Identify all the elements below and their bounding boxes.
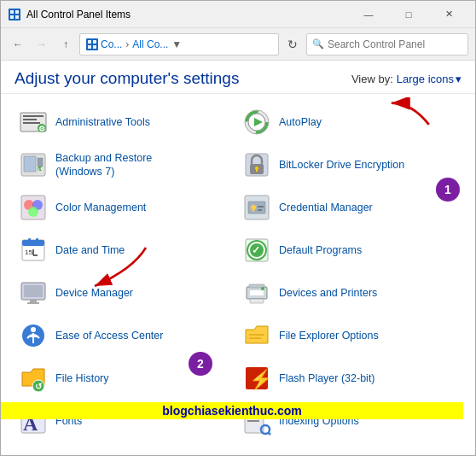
backup-restore-icon: ↺: [18, 149, 49, 180]
svg-text:✓: ✓: [252, 244, 260, 256]
items-area: ⚙Administrative ToolsAutoPlay↺Backup and…: [1, 94, 475, 449]
back-button[interactable]: ←: [8, 34, 28, 55]
svg-rect-45: [36, 238, 38, 243]
credential-mgr-icon: [241, 192, 272, 223]
svg-rect-6: [88, 40, 91, 44]
svg-rect-44: [28, 238, 31, 243]
search-box: 🔍: [306, 33, 468, 56]
svg-rect-43: [22, 240, 44, 246]
cp-item-admin-tools[interactable]: ⚙Administrative Tools: [15, 101, 238, 143]
dropdown-arrow-icon: ▾: [456, 73, 461, 85]
view-by-label: View by:: [351, 73, 393, 85]
svg-rect-58: [250, 290, 264, 295]
backup-restore-label: Backup and Restore (Windows 7): [55, 151, 152, 179]
view-by-value: Large icons: [397, 73, 454, 85]
svg-rect-3: [10, 15, 14, 19]
breadcrumb-allco[interactable]: All Co...: [132, 38, 168, 50]
device-mgr-label: Device Manager: [55, 286, 133, 300]
file-history-icon: ↺: [18, 363, 49, 394]
default-programs-icon: ✓: [241, 235, 272, 266]
svg-rect-60: [250, 299, 264, 303]
color-mgmt-icon: [18, 192, 49, 223]
svg-rect-8: [88, 45, 91, 49]
devices-printers-icon: [241, 278, 272, 308]
watermark: blogchiasekienthuc.com: [1, 402, 463, 419]
svg-rect-2: [15, 10, 19, 14]
forward-button[interactable]: →: [32, 34, 52, 55]
main-content: Adjust your computer's settings View by:…: [1, 61, 475, 455]
svg-rect-15: [23, 122, 40, 124]
content-area: 1 2 ⚙Administrative ToolsAutoPlay↺Backup…: [1, 94, 475, 455]
svg-point-61: [261, 287, 264, 290]
view-by-dropdown[interactable]: Large icons ▾: [397, 73, 461, 85]
cp-item-bitlocker[interactable]: BitLocker Drive Encryption: [238, 143, 461, 186]
svg-rect-31: [256, 169, 258, 172]
flash-player-icon: ⚡: [241, 363, 272, 394]
cp-item-autoplay[interactable]: AutoPlay: [238, 101, 461, 143]
cp-item-ease-access[interactable]: Ease of Access Center: [15, 314, 238, 357]
title-bar: All Control Panel Items — □ ✕: [1, 1, 475, 28]
refresh-button[interactable]: ↻: [282, 34, 303, 55]
cp-item-default-programs[interactable]: ✓Default Programs: [238, 229, 461, 272]
search-input[interactable]: [328, 38, 462, 50]
svg-rect-56: [27, 302, 39, 304]
cp-item-file-history[interactable]: ↺File History: [15, 357, 238, 400]
ease-access-label: Ease of Access Center: [55, 329, 163, 342]
content-header: Adjust your computer's settings View by:…: [1, 61, 475, 94]
up-button[interactable]: ↑: [55, 34, 76, 55]
cp-item-file-explorer[interactable]: File Explorer Options: [238, 314, 461, 357]
svg-point-63: [31, 327, 36, 332]
window-controls: — □ ✕: [349, 1, 468, 28]
svg-rect-54: [24, 285, 43, 297]
cp-item-date-time[interactable]: 15Date and Time: [15, 229, 238, 272]
autoplay-icon: [241, 107, 272, 137]
devices-printers-label: Devices and Printers: [279, 286, 377, 300]
svg-rect-1: [10, 10, 14, 14]
nav-bar: ← → ↑ Co... › All Co... ▼ ↻ 🔍: [1, 28, 475, 61]
svg-rect-41: [258, 209, 262, 211]
autoplay-label: AutoPlay: [279, 115, 322, 129]
date-time-label: Date and Time: [55, 243, 125, 257]
svg-point-35: [28, 207, 38, 217]
svg-rect-25: [38, 158, 43, 167]
title-bar-text: All Control Panel Items: [26, 9, 349, 20]
cp-item-credential-mgr[interactable]: Credential Manager: [238, 186, 461, 229]
date-time-icon: 15: [18, 235, 49, 266]
file-explorer-icon: [241, 320, 272, 351]
window: All Control Panel Items — □ ✕ ← → ↑ Co..…: [0, 0, 476, 456]
cp-item-flash-player[interactable]: ⚡Flash Player (32-bit): [238, 357, 461, 400]
page-title: Adjust your computer's settings: [15, 69, 239, 88]
items-grid: ⚙Administrative ToolsAutoPlay↺Backup and…: [15, 101, 461, 442]
svg-rect-14: [23, 119, 37, 120]
minimize-button[interactable]: —: [349, 1, 388, 28]
view-by: View by: Large icons ▾: [351, 73, 461, 85]
svg-rect-7: [93, 40, 96, 44]
maximize-button[interactable]: □: [389, 1, 428, 28]
breadcrumb-bar: Co... › All Co... ▼: [79, 33, 279, 56]
cp-item-device-mgr[interactable]: Device Manager: [15, 272, 238, 314]
svg-rect-9: [93, 45, 96, 49]
svg-line-79: [269, 433, 271, 436]
default-programs-label: Default Programs: [279, 243, 362, 257]
svg-rect-13: [23, 115, 44, 117]
svg-rect-55: [30, 300, 37, 302]
flash-player-label: Flash Player (32-bit): [279, 371, 375, 385]
cp-item-color-mgmt[interactable]: Color Management: [15, 186, 238, 229]
close-button[interactable]: ✕: [429, 1, 468, 28]
svg-rect-24: [24, 156, 36, 172]
file-history-label: File History: [55, 371, 109, 385]
svg-text:↺: ↺: [38, 167, 44, 174]
svg-rect-39: [253, 209, 254, 212]
cp-item-backup-restore[interactable]: ↺Backup and Restore (Windows 7): [15, 143, 238, 186]
svg-rect-40: [258, 206, 264, 208]
svg-rect-4: [15, 15, 19, 19]
breadcrumb-co[interactable]: Co...: [101, 38, 122, 50]
credential-mgr-label: Credential Manager: [279, 201, 373, 214]
admin-tools-label: Administrative Tools: [55, 115, 150, 129]
color-mgmt-label: Color Management: [55, 201, 146, 214]
cp-item-devices-printers[interactable]: Devices and Printers: [238, 272, 461, 314]
search-icon: 🔍: [312, 38, 324, 50]
bitlocker-label: BitLocker Drive Encryption: [279, 158, 404, 172]
svg-text:↺: ↺: [35, 382, 43, 391]
file-explorer-label: File Explorer Options: [279, 329, 379, 342]
